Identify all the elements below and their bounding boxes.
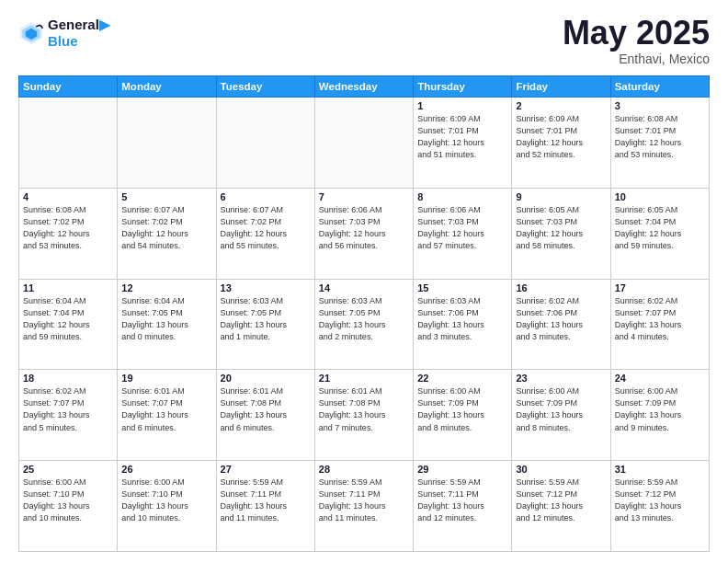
calendar-cell: 3Sunrise: 6:08 AM Sunset: 7:01 PM Daylig… — [610, 98, 709, 189]
day-info: Sunrise: 6:00 AM Sunset: 7:10 PM Dayligh… — [23, 477, 113, 524]
calendar-cell: 15Sunrise: 6:03 AM Sunset: 7:06 PM Dayli… — [414, 279, 512, 370]
calendar-cell — [118, 98, 216, 189]
calendar-week-4: 18Sunrise: 6:02 AM Sunset: 7:07 PM Dayli… — [19, 370, 710, 461]
day-info: Sunrise: 6:09 AM Sunset: 7:01 PM Dayligh… — [417, 113, 507, 161]
calendar-cell: 1Sunrise: 6:09 AM Sunset: 7:01 PM Daylig… — [414, 98, 512, 189]
weekday-tuesday: Tuesday — [216, 76, 314, 98]
day-number: 7 — [319, 191, 409, 202]
day-info: Sunrise: 6:02 AM Sunset: 7:07 PM Dayligh… — [615, 295, 705, 343]
weekday-friday: Friday — [512, 76, 610, 98]
calendar-week-3: 11Sunrise: 6:04 AM Sunset: 7:04 PM Dayli… — [19, 279, 710, 370]
day-info: Sunrise: 6:04 AM Sunset: 7:05 PM Dayligh… — [121, 295, 211, 343]
day-number: 4 — [23, 191, 113, 202]
day-info: Sunrise: 6:03 AM Sunset: 7:05 PM Dayligh… — [221, 295, 311, 343]
day-info: Sunrise: 6:03 AM Sunset: 7:05 PM Dayligh… — [319, 295, 409, 343]
day-info: Sunrise: 6:04 AM Sunset: 7:04 PM Dayligh… — [23, 295, 113, 343]
day-number: 15 — [417, 282, 507, 293]
day-info: Sunrise: 5:59 AM Sunset: 7:11 PM Dayligh… — [417, 477, 507, 524]
day-info: Sunrise: 6:07 AM Sunset: 7:02 PM Dayligh… — [221, 204, 311, 252]
calendar-cell: 14Sunrise: 6:03 AM Sunset: 7:05 PM Dayli… — [314, 279, 413, 370]
calendar-cell: 6Sunrise: 6:07 AM Sunset: 7:02 PM Daylig… — [216, 188, 314, 279]
calendar-cell: 4Sunrise: 6:08 AM Sunset: 7:02 PM Daylig… — [19, 188, 118, 279]
weekday-monday: Monday — [118, 76, 216, 98]
day-number: 22 — [417, 373, 507, 384]
day-number: 27 — [221, 464, 311, 475]
calendar-cell — [216, 98, 314, 189]
calendar-cell: 31Sunrise: 5:59 AM Sunset: 7:12 PM Dayli… — [610, 461, 709, 552]
day-number: 5 — [121, 191, 211, 202]
calendar-cell: 18Sunrise: 6:02 AM Sunset: 7:07 PM Dayli… — [19, 370, 118, 461]
calendar-cell: 26Sunrise: 6:00 AM Sunset: 7:10 PM Dayli… — [118, 461, 216, 552]
calendar-cell: 2Sunrise: 6:09 AM Sunset: 7:01 PM Daylig… — [512, 98, 610, 189]
day-info: Sunrise: 5:59 AM Sunset: 7:11 PM Dayligh… — [221, 477, 311, 524]
calendar-cell: 12Sunrise: 6:04 AM Sunset: 7:05 PM Dayli… — [118, 279, 216, 370]
day-number: 16 — [516, 282, 606, 293]
weekday-thursday: Thursday — [414, 76, 512, 98]
day-number: 29 — [417, 464, 507, 475]
day-info: Sunrise: 6:00 AM Sunset: 7:09 PM Dayligh… — [516, 385, 606, 433]
day-number: 31 — [615, 464, 705, 475]
day-number: 10 — [615, 191, 705, 202]
calendar-cell: 22Sunrise: 6:00 AM Sunset: 7:09 PM Dayli… — [414, 370, 512, 461]
day-number: 11 — [23, 282, 113, 293]
day-info: Sunrise: 6:06 AM Sunset: 7:03 PM Dayligh… — [417, 204, 507, 252]
calendar-cell: 24Sunrise: 6:00 AM Sunset: 7:09 PM Dayli… — [610, 370, 709, 461]
day-info: Sunrise: 6:02 AM Sunset: 7:06 PM Dayligh… — [516, 295, 606, 343]
calendar-cell: 28Sunrise: 5:59 AM Sunset: 7:11 PM Dayli… — [314, 461, 413, 552]
day-number: 9 — [516, 191, 606, 202]
day-info: Sunrise: 6:01 AM Sunset: 7:08 PM Dayligh… — [221, 385, 311, 433]
day-info: Sunrise: 6:00 AM Sunset: 7:09 PM Dayligh… — [417, 385, 507, 433]
day-number: 23 — [516, 373, 606, 384]
day-info: Sunrise: 6:00 AM Sunset: 7:09 PM Dayligh… — [615, 385, 705, 433]
calendar-cell: 25Sunrise: 6:00 AM Sunset: 7:10 PM Dayli… — [19, 461, 118, 552]
logo-icon — [18, 20, 44, 46]
day-info: Sunrise: 6:06 AM Sunset: 7:03 PM Dayligh… — [319, 204, 409, 252]
calendar-cell — [19, 98, 118, 189]
day-number: 21 — [319, 373, 409, 384]
day-info: Sunrise: 6:08 AM Sunset: 7:02 PM Dayligh… — [23, 204, 113, 252]
day-info: Sunrise: 6:07 AM Sunset: 7:02 PM Dayligh… — [121, 204, 211, 252]
logo-text: General▶ Blue — [48, 17, 110, 50]
day-info: Sunrise: 6:02 AM Sunset: 7:07 PM Dayligh… — [23, 385, 113, 433]
calendar-week-5: 25Sunrise: 6:00 AM Sunset: 7:10 PM Dayli… — [19, 461, 710, 552]
calendar-cell: 11Sunrise: 6:04 AM Sunset: 7:04 PM Dayli… — [19, 279, 118, 370]
calendar-cell: 27Sunrise: 5:59 AM Sunset: 7:11 PM Dayli… — [216, 461, 314, 552]
day-number: 19 — [121, 373, 211, 384]
title-block: May 2025 Enthavi, Mexico — [563, 17, 710, 66]
calendar-week-1: 1Sunrise: 6:09 AM Sunset: 7:01 PM Daylig… — [19, 98, 710, 189]
location: Enthavi, Mexico — [563, 52, 710, 66]
page: General▶ Blue May 2025 Enthavi, Mexico S… — [0, 0, 728, 563]
day-number: 6 — [221, 191, 311, 202]
day-number: 13 — [221, 282, 311, 293]
day-info: Sunrise: 5:59 AM Sunset: 7:12 PM Dayligh… — [615, 477, 705, 524]
month-title: May 2025 — [563, 17, 710, 50]
calendar-table: SundayMondayTuesdayWednesdayThursdayFrid… — [18, 75, 710, 552]
day-info: Sunrise: 6:03 AM Sunset: 7:06 PM Dayligh… — [417, 295, 507, 343]
calendar-cell: 23Sunrise: 6:00 AM Sunset: 7:09 PM Dayli… — [512, 370, 610, 461]
day-number: 28 — [319, 464, 409, 475]
calendar-week-2: 4Sunrise: 6:08 AM Sunset: 7:02 PM Daylig… — [19, 188, 710, 279]
calendar-cell: 8Sunrise: 6:06 AM Sunset: 7:03 PM Daylig… — [414, 188, 512, 279]
day-number: 14 — [319, 282, 409, 293]
day-info: Sunrise: 5:59 AM Sunset: 7:11 PM Dayligh… — [319, 477, 409, 524]
calendar-cell: 29Sunrise: 5:59 AM Sunset: 7:11 PM Dayli… — [414, 461, 512, 552]
calendar-cell: 5Sunrise: 6:07 AM Sunset: 7:02 PM Daylig… — [118, 188, 216, 279]
day-number: 1 — [417, 100, 507, 111]
calendar-cell: 10Sunrise: 6:05 AM Sunset: 7:04 PM Dayli… — [610, 188, 709, 279]
day-info: Sunrise: 6:05 AM Sunset: 7:03 PM Dayligh… — [516, 204, 606, 252]
day-info: Sunrise: 6:09 AM Sunset: 7:01 PM Dayligh… — [516, 113, 606, 161]
calendar-cell: 30Sunrise: 5:59 AM Sunset: 7:12 PM Dayli… — [512, 461, 610, 552]
calendar-cell: 17Sunrise: 6:02 AM Sunset: 7:07 PM Dayli… — [610, 279, 709, 370]
day-number: 26 — [121, 464, 211, 475]
logo: General▶ Blue — [18, 17, 110, 50]
calendar-cell: 13Sunrise: 6:03 AM Sunset: 7:05 PM Dayli… — [216, 279, 314, 370]
day-number: 12 — [121, 282, 211, 293]
weekday-sunday: Sunday — [19, 76, 118, 98]
calendar-cell: 19Sunrise: 6:01 AM Sunset: 7:07 PM Dayli… — [118, 370, 216, 461]
weekday-saturday: Saturday — [610, 76, 709, 98]
day-info: Sunrise: 6:01 AM Sunset: 7:07 PM Dayligh… — [121, 385, 211, 433]
day-info: Sunrise: 6:01 AM Sunset: 7:08 PM Dayligh… — [319, 385, 409, 433]
calendar-cell: 20Sunrise: 6:01 AM Sunset: 7:08 PM Dayli… — [216, 370, 314, 461]
day-info: Sunrise: 5:59 AM Sunset: 7:12 PM Dayligh… — [516, 477, 606, 524]
day-info: Sunrise: 6:08 AM Sunset: 7:01 PM Dayligh… — [615, 113, 705, 161]
